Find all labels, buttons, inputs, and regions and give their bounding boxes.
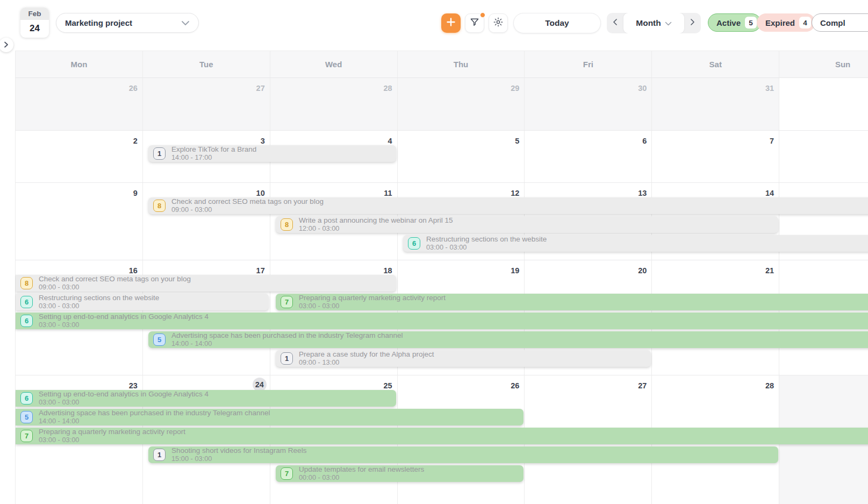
event-title: Update templates for email newsletters (299, 465, 424, 474)
event-time: 14:00 - 14:00 (171, 340, 403, 348)
filter-pill-completed-label: Compl (820, 18, 845, 27)
project-selector-label: Marketing project (65, 18, 132, 27)
event-time: 03:00 - 03:00 (426, 244, 547, 252)
day-cell[interactable]: 5 (398, 131, 525, 182)
event-priority-badge: 1 (153, 449, 166, 461)
day-cell[interactable] (779, 78, 868, 130)
chevron-down-icon (665, 18, 672, 28)
project-selector[interactable]: Marketing project (56, 13, 199, 33)
event-priority-badge: 6 (20, 315, 33, 327)
day-cell[interactable]: 27 (143, 78, 270, 130)
event-time: 03:00 - 03:00 (39, 436, 185, 444)
event-title: Restructuring sections on the website (39, 294, 159, 302)
filter-pill-completed[interactable]: Compl (812, 13, 868, 32)
dow-tue: Tue (143, 51, 270, 77)
event-bar[interactable]: 6Restructuring sections on the website03… (16, 294, 269, 310)
gear-icon (493, 17, 504, 30)
event-bar[interactable]: 6Restructuring sections on the website03… (403, 235, 868, 252)
event-priority-badge: 1 (153, 147, 166, 160)
week-row: 1617181920218Check and correct SEO meta … (16, 260, 868, 375)
day-cell[interactable]: 28 (270, 78, 398, 130)
event-title: Preparing a quarterly marketing activity… (299, 294, 446, 302)
today-button-label: Today (545, 18, 569, 28)
event-bar[interactable]: 8Check and correct SEO meta tags on your… (16, 275, 396, 292)
event-title: Preparing a quarterly marketing activity… (39, 428, 185, 436)
next-period-button[interactable] (684, 13, 701, 33)
filter-notification-dot (480, 12, 485, 18)
day-number: 26 (124, 81, 138, 95)
day-number: 6 (633, 134, 647, 148)
filter-pill-active[interactable]: Active 5 (708, 13, 761, 32)
event-time: 09:00 - 13:00 (299, 359, 434, 367)
day-cell[interactable]: 9 (16, 183, 143, 260)
event-bar[interactable]: 6Setting up end-to-end analytics in Goog… (16, 390, 396, 407)
day-cell[interactable]: 2 (16, 131, 143, 182)
event-time: 00:00 - 03:00 (299, 474, 424, 482)
date-card: Feb 24 (20, 8, 49, 38)
event-text: Write a post announcing the webinar on A… (299, 216, 453, 232)
view-mode-selector[interactable]: Month (623, 13, 684, 33)
prev-period-button[interactable] (607, 13, 623, 33)
day-number: 2 (124, 134, 138, 148)
event-priority-badge: 8 (20, 277, 33, 289)
calendar-grid: Mon Tue Wed Thu Fri Sat Sun 262728293031… (15, 51, 868, 504)
event-time: 15:00 - 03:00 (171, 455, 306, 463)
calendar-weeks: 2627282930312345671Explore TikTok for a … (16, 78, 868, 504)
day-number: 31 (760, 81, 774, 95)
event-time: 03:00 - 03:00 (39, 399, 209, 407)
event-text: Restructuring sections on the website03:… (426, 235, 547, 251)
day-number: 29 (505, 81, 519, 95)
event-bar[interactable]: 7Preparing a quarterly marketing activit… (276, 294, 868, 310)
event-bar[interactable]: 8Write a post announcing the webinar on … (276, 216, 778, 233)
event-priority-badge: 8 (281, 218, 293, 231)
day-number: 27 (633, 379, 647, 393)
event-bar[interactable]: 6Setting up end-to-end analytics in Goog… (16, 313, 868, 329)
view-navigation: Month (607, 13, 701, 33)
event-text: Shooting short videos for Instagram Reel… (171, 446, 306, 463)
calendar-inner: Mon Tue Wed Thu Fri Sat Sun 262728293031… (15, 51, 868, 504)
day-number: 19 (505, 264, 519, 278)
day-cell[interactable]: 29 (398, 78, 525, 130)
event-priority-badge: 6 (20, 296, 33, 308)
event-bar[interactable]: 5Advertising space has been purchased in… (148, 331, 868, 348)
filter-pill-expired[interactable]: Expired 4 (757, 13, 815, 32)
day-number: 9 (124, 186, 138, 200)
add-task-button[interactable] (441, 13, 461, 33)
day-number: 7 (760, 134, 774, 148)
day-cell[interactable]: 7 (652, 131, 779, 182)
settings-button[interactable] (489, 13, 508, 33)
day-cell[interactable]: 26 (16, 78, 143, 130)
event-bar[interactable]: 8Check and correct SEO meta tags on your… (148, 197, 868, 214)
event-bar[interactable]: 7Preparing a quarterly marketing activit… (16, 428, 868, 444)
chevron-left-icon (613, 18, 618, 28)
event-bar[interactable]: 1Shooting short videos for Instagram Ree… (148, 446, 778, 463)
filter-button[interactable] (465, 13, 484, 33)
today-button[interactable]: Today (513, 13, 601, 33)
day-cell[interactable]: 6 (525, 131, 652, 182)
event-time: 12:00 - 03:00 (299, 225, 453, 233)
dow-fri: Fri (525, 51, 652, 77)
event-priority-badge: 7 (281, 296, 293, 308)
event-bar[interactable]: 1Explore TikTok for a Brand14:00 - 17:00 (148, 145, 396, 162)
day-number: 20 (633, 264, 647, 278)
day-number: 28 (378, 81, 392, 95)
day-cell[interactable]: 10 (143, 183, 270, 260)
dow-thu: Thu (398, 51, 525, 77)
dow-wed: Wed (270, 51, 398, 77)
day-cell[interactable]: 30 (525, 78, 652, 130)
day-cell[interactable]: 31 (652, 78, 779, 130)
event-text: Check and correct SEO meta tags on your … (39, 275, 191, 291)
plus-icon (446, 17, 456, 29)
event-text: Explore TikTok for a Brand14:00 - 17:00 (171, 145, 256, 161)
expand-sidebar-button[interactable] (0, 38, 13, 52)
chevron-down-icon (181, 18, 190, 28)
event-bar[interactable]: 5Advertising space has been purchased in… (16, 409, 523, 425)
event-bar[interactable]: 7Update templates for email newsletters0… (276, 465, 523, 482)
day-cell[interactable] (779, 131, 868, 182)
event-title: Setting up end-to-end analytics in Googl… (39, 390, 209, 399)
day-number: 27 (251, 81, 265, 95)
event-bar[interactable]: 1Prepare a case study for the Alpha proj… (276, 350, 651, 367)
event-title: Shooting short videos for Instagram Reel… (171, 446, 306, 455)
week-row: 2324252627286Setting up end-to-end analy… (16, 375, 868, 504)
day-number: 5 (505, 134, 519, 148)
